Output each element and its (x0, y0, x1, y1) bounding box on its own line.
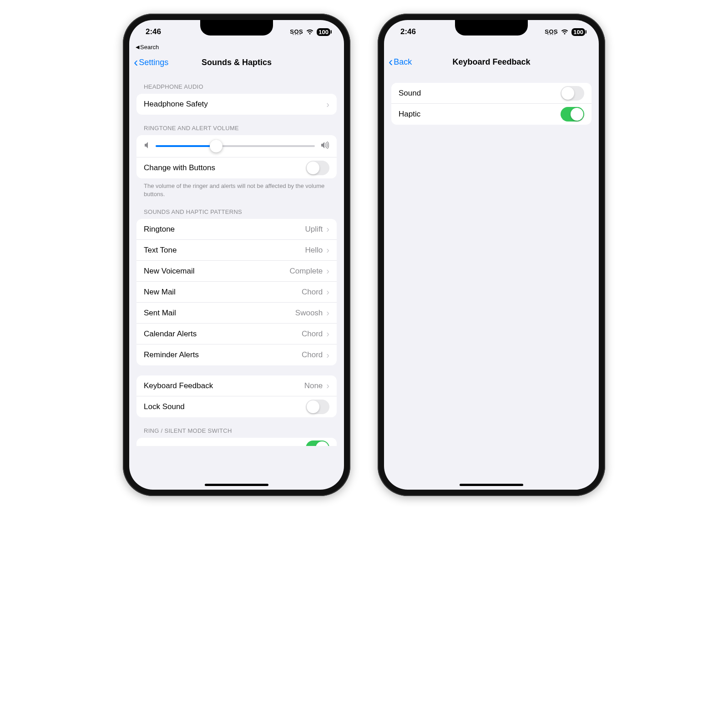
nav-bar: ‹ Back Keyboard Feedback (384, 51, 599, 73)
toggle-ring-silent[interactable] (306, 441, 329, 446)
row-label: Ringtone (144, 225, 305, 234)
wifi-icon (561, 29, 569, 35)
toggle-sound[interactable] (561, 86, 584, 101)
row-new-mail[interactable]: New MailChord› (136, 282, 337, 303)
screen: 2:46 SOS 100 ‹ Back Keyboard Feedback (384, 20, 599, 490)
row-label: Text Tone (144, 246, 305, 255)
chevron-right-icon: › (326, 266, 329, 276)
row-headphone-safety[interactable]: Headphone Safety › (136, 94, 337, 115)
row-value: Chord (302, 288, 323, 297)
chevron-right-icon: › (326, 224, 329, 234)
row-value: Chord (302, 329, 323, 339)
slider-thumb[interactable] (210, 140, 222, 152)
volume-high-icon (320, 142, 329, 151)
home-indicator[interactable] (205, 484, 268, 486)
back-triangle-icon: ◀ (136, 44, 139, 50)
row-lock-sound: Lock Sound (136, 396, 337, 417)
chevron-right-icon: › (326, 380, 329, 391)
battery-indicator: 100 (317, 28, 330, 36)
row-label: Sound (399, 89, 561, 98)
settings-content[interactable]: SoundHaptic (384, 73, 599, 490)
phone-right: 2:46 SOS 100 ‹ Back Keyboard Feedback (378, 14, 605, 496)
row-haptic: Haptic (391, 104, 592, 125)
section-header-patterns: SOUNDS AND HAPTIC PATTERNS (136, 198, 337, 219)
status-time: 2:46 (146, 27, 161, 36)
row-keyboard-feedback[interactable]: Keyboard Feedback None › (136, 375, 337, 396)
screen: 2:46 SOS 100 ◀ Search ‹ Settings Sounds (129, 20, 344, 490)
phone-left: 2:46 SOS 100 ◀ Search ‹ Settings Sounds (123, 14, 350, 496)
row-sound: Sound (391, 83, 592, 104)
home-indicator[interactable] (460, 484, 523, 486)
nav-bar: ‹ Settings Sounds & Haptics (129, 51, 344, 73)
row-value: Complete (290, 267, 323, 276)
row-text-tone[interactable]: Text ToneHello› (136, 240, 337, 261)
chevron-right-icon: › (326, 350, 329, 360)
chevron-right-icon: › (326, 287, 329, 297)
chevron-right-icon: › (326, 245, 329, 255)
nav-back-button[interactable]: ‹ Settings (134, 56, 168, 69)
row-reminder-alerts[interactable]: Reminder AlertsChord› (136, 344, 337, 365)
row-value: Swoosh (295, 309, 323, 318)
row-sent-mail[interactable]: Sent MailSwoosh› (136, 303, 337, 324)
nav-title: Keyboard Feedback (384, 57, 599, 67)
wifi-icon (306, 29, 314, 35)
sos-indicator: SOS (290, 29, 303, 35)
row-label: Calendar Alerts (144, 329, 302, 339)
row-value: Hello (305, 246, 323, 255)
row-label: Reminder Alerts (144, 350, 302, 360)
row-label: Haptic (399, 110, 561, 119)
chevron-right-icon: › (326, 308, 329, 318)
section-header-volume: RINGTONE AND ALERT VOLUME (136, 115, 337, 135)
chevron-left-icon: ‹ (389, 56, 393, 68)
sos-indicator: SOS (545, 29, 558, 35)
toggle-change-buttons[interactable] (306, 161, 329, 175)
toggle-lock-sound[interactable] (306, 400, 329, 414)
chevron-right-icon: › (326, 329, 329, 339)
row-value: Chord (302, 350, 323, 360)
row-label: New Mail (144, 288, 302, 297)
volume-footer: The volume of the ringer and alerts will… (136, 178, 337, 198)
chevron-right-icon: › (326, 99, 329, 110)
notch (200, 20, 273, 35)
section-header-headphone: HEADPHONE AUDIO (136, 73, 337, 94)
row-label: New Voicemail (144, 267, 290, 276)
section-header-ring-switch: RING / SILENT MODE SWITCH (136, 417, 337, 438)
volume-slider-row (136, 135, 337, 157)
toggle-haptic[interactable] (561, 107, 584, 122)
chevron-left-icon: ‹ (134, 56, 138, 69)
status-time: 2:46 (400, 27, 416, 36)
battery-indicator: 100 (571, 28, 585, 36)
row-change-buttons: Change with Buttons (136, 157, 337, 178)
volume-slider[interactable] (156, 145, 315, 147)
row-new-voicemail[interactable]: New VoicemailComplete› (136, 261, 337, 282)
row-value: Uplift (305, 225, 323, 234)
breadcrumb[interactable]: ◀ Search (129, 44, 344, 51)
row-ring-silent-peek (136, 438, 337, 446)
notch (455, 20, 528, 35)
row-ringtone[interactable]: RingtoneUplift› (136, 219, 337, 240)
row-label: Sent Mail (144, 309, 295, 318)
settings-content[interactable]: HEADPHONE AUDIO Headphone Safety › RINGT… (129, 73, 344, 490)
row-calendar-alerts[interactable]: Calendar AlertsChord› (136, 324, 337, 344)
volume-low-icon (144, 142, 150, 151)
nav-back-button[interactable]: ‹ Back (389, 56, 412, 68)
